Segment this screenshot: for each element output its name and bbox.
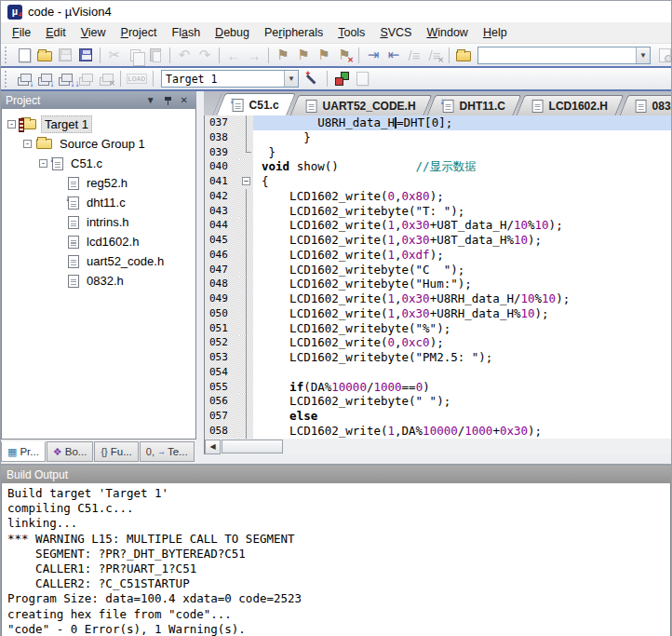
vertical-splitter[interactable] (196, 91, 204, 464)
code-line-058[interactable]: 058 LCD1602_write(1,DA%10000/1000+0x30); (205, 424, 671, 439)
search-box[interactable]: ▼ (477, 47, 651, 64)
code-line-041[interactable]: 041−{ (205, 174, 671, 189)
code-line-053[interactable]: 053 LCD1602_writebyte("PM2.5: "); (205, 350, 671, 365)
code-line-054[interactable]: 054 (205, 365, 671, 380)
tab-project-icon: ▦ (7, 446, 17, 458)
menu-svcs[interactable]: SVCS (372, 23, 419, 42)
navigate-back-icon[interactable]: ← (223, 46, 244, 65)
code-line-046[interactable]: 046 LCD1602_write(1,0xdf); (205, 248, 671, 263)
menu-project[interactable]: Project (114, 23, 165, 42)
clear-bookmarks-icon[interactable]: ⚑✕ (334, 46, 355, 65)
cut-icon[interactable]: ✂ (104, 46, 125, 65)
expander-icon[interactable]: - (23, 140, 32, 148)
menu-view[interactable]: View (74, 23, 114, 42)
menu-tools[interactable]: Tools (330, 23, 372, 42)
code-line-043[interactable]: 043 LCD1602_writebyte("T: "); (205, 204, 671, 219)
menu-flash[interactable]: Flash (165, 23, 208, 42)
editor-tab-c51-c[interactable]: C51.c (216, 93, 296, 115)
editor-tab-uart52-code-h[interactable]: UART52_CODE.H (290, 95, 433, 115)
batch-build-icon[interactable] (75, 69, 96, 88)
build-target-icon[interactable]: ↓ (34, 69, 55, 88)
tree-item-0832-h[interactable]: 0832.h (2, 271, 195, 291)
code-line-045[interactable]: 045 LCD1602_write(1,0x30+U8T_data_H%10); (205, 233, 671, 248)
tab-books[interactable]: ❖Bo... (47, 441, 94, 462)
save-all-icon[interactable] (75, 46, 96, 65)
kvision-flag-icon[interactable] (331, 69, 352, 88)
code-line-057[interactable]: 057 else (205, 409, 671, 424)
prev-bookmark-icon[interactable]: ⚑ (293, 46, 314, 65)
navigate-forward-icon[interactable]: → (244, 46, 264, 65)
find-in-files-icon[interactable] (453, 46, 474, 65)
code-line-047[interactable]: 047 LCD1602_writebyte("C "); (205, 263, 671, 277)
code-line-037[interactable]: 037 U8RH_data_H=DHT[0]; (205, 115, 671, 130)
editor-tab-lcd1602-h[interactable]: LCD1602.H (517, 95, 625, 115)
menu-file[interactable]: File (5, 23, 38, 42)
paste-icon[interactable] (145, 46, 166, 65)
search-box-dropdown-icon[interactable]: ▼ (636, 47, 650, 63)
options-for-target-icon[interactable] (302, 69, 323, 88)
build-output-line: "code" - 0 Error(s), 1 Warning(s). (7, 622, 665, 636)
save-file-icon[interactable] (55, 46, 75, 65)
expander-icon[interactable]: - (7, 120, 16, 129)
tree-item-target-1[interactable]: -Target 1 (2, 115, 195, 134)
tree-item-lcd1602-h[interactable]: lcd1602.h (2, 232, 195, 251)
translate-file-icon[interactable]: ↓ (14, 69, 34, 88)
code-line-038[interactable]: 038 } (205, 130, 671, 145)
tree-item-dht11-c[interactable]: dht11.c (2, 193, 195, 212)
code-line-042[interactable]: 042 LCD1602_write(0,0x80); (205, 189, 671, 204)
target-select[interactable]: Target 1▼ (161, 70, 299, 88)
code-editor[interactable]: 037 U8RH_data_H=DHT[0];038 }039 }040void… (204, 115, 671, 439)
menu-help[interactable]: Help (476, 23, 515, 42)
scrollbar-thumb[interactable] (222, 440, 283, 453)
tree-item-reg52-h[interactable]: reg52.h (2, 173, 195, 193)
find-in-files-doc-icon[interactable] (654, 46, 672, 65)
menu-window[interactable]: Window (419, 23, 475, 42)
tab-project[interactable]: ▦Pr... (1, 441, 46, 462)
scroll-left-icon[interactable]: ◀ (205, 440, 221, 454)
copy-icon[interactable] (125, 46, 145, 65)
code-line-039[interactable]: 039 } (205, 145, 671, 160)
editor-tab-dht11-c[interactable]: DHT11.C (427, 95, 522, 115)
next-bookmark-icon[interactable]: ⚑ (314, 46, 334, 65)
code-line-056[interactable]: 056 LCD1602_writebyte(" "); (205, 394, 671, 409)
menu-edit[interactable]: Edit (38, 23, 74, 42)
expander-icon[interactable]: - (39, 159, 47, 168)
uncomment-selection-icon[interactable]: /≡✕ (424, 46, 445, 65)
editor-horizontal-scrollbar[interactable]: ◀ (204, 439, 671, 454)
stop-build-icon[interactable]: ✕ (96, 69, 116, 88)
header-icon (68, 255, 79, 268)
toggle-bookmark-icon[interactable]: ⚑ (273, 46, 293, 65)
panel-close-icon[interactable]: ✕ (177, 95, 192, 105)
menu-peripherals[interactable]: Peripherals (257, 23, 330, 42)
code-line-050[interactable]: 050 LCD1602_write(1,0x30+U8RH_data_H%10)… (205, 306, 671, 321)
tree-item-intrins-h[interactable]: intrins.h (2, 212, 195, 232)
unindent-icon[interactable]: ⇤ (383, 46, 404, 65)
tab-functions[interactable]: {}Fu... (94, 441, 138, 462)
tree-item-uart52-code-h[interactable]: uart52_code.h (2, 251, 195, 271)
open-file-icon[interactable] (34, 46, 55, 65)
indent-icon[interactable]: ⇥ (363, 46, 383, 65)
code-line-049[interactable]: 049 LCD1602_write(1,0x30+U8RH_data_H/10%… (205, 291, 671, 306)
new-file-icon[interactable] (14, 46, 34, 65)
tree-item-c51-c[interactable]: -C51.c (2, 154, 195, 173)
download-to-flash-icon[interactable]: LOAD (125, 69, 149, 88)
code-line-040[interactable]: 040void show() //显示数据 (205, 159, 671, 174)
rebuild-all-icon[interactable]: ↓↓ (55, 69, 75, 88)
panel-dropdown-icon[interactable]: ▼ (142, 95, 159, 105)
panel-pin-icon[interactable] (164, 96, 172, 105)
code-line-044[interactable]: 044 LCD1602_write(1,0x30+U8T_data_H/10%1… (205, 218, 671, 233)
editor-tab-0832-h[interactable]: 0832.H (619, 95, 671, 115)
tab-templates[interactable]: 0,→Te... (140, 441, 195, 462)
menu-debug[interactable]: Debug (208, 23, 257, 42)
tree-item-source-group-1[interactable]: -Source Group 1 (2, 134, 195, 154)
redo-icon[interactable]: ↷ (195, 46, 215, 65)
target-select-dropdown-icon[interactable]: ▼ (284, 71, 298, 87)
tab-books-icon: ❖ (53, 446, 62, 458)
code-line-048[interactable]: 048 LCD1602_writebyte("Hum:"); (205, 277, 671, 291)
undo-icon[interactable]: ↶ (174, 46, 195, 65)
comment-selection-icon[interactable]: /≡ (404, 46, 424, 65)
code-line-052[interactable]: 052 LCD1602_write(0,0xc0); (205, 335, 671, 350)
code-line-055[interactable]: 055 if(DA%10000/1000==0) (205, 380, 671, 395)
file-extensions-icon[interactable] (352, 69, 372, 88)
code-line-051[interactable]: 051 LCD1602_writebyte("%"); (205, 321, 671, 336)
